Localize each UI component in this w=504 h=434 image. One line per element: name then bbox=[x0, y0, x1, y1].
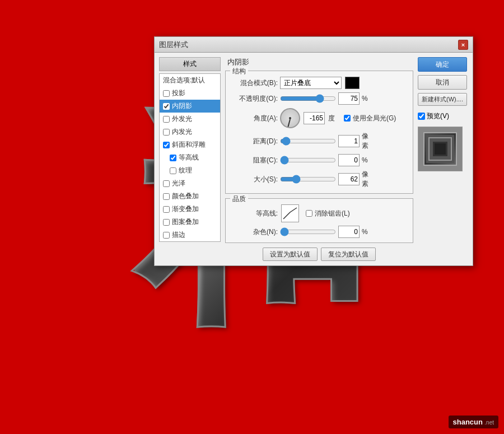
style-item-contour[interactable]: 等高线 bbox=[160, 151, 220, 164]
angle-needle bbox=[287, 119, 291, 127]
preview-inner bbox=[423, 132, 457, 166]
gradient-overlay-label: 渐变叠加 bbox=[172, 204, 199, 214]
preview-checkbox[interactable] bbox=[418, 113, 425, 120]
angle-unit: 度 bbox=[328, 114, 340, 123]
distance-unit: 像素 bbox=[362, 132, 374, 151]
dialog-title: 图层样式 bbox=[159, 40, 188, 50]
svg-rect-4 bbox=[435, 143, 446, 155]
anti-alias-label[interactable]: 消除锯齿(L) bbox=[306, 209, 350, 218]
contour-preview[interactable] bbox=[281, 204, 299, 222]
quality-title: 品质 bbox=[230, 194, 248, 204]
styles-panel-title: 样式 bbox=[159, 57, 221, 71]
noise-slider[interactable] bbox=[280, 228, 336, 236]
new-style-button[interactable]: 新建样式(W).... bbox=[418, 93, 467, 106]
ok-button[interactable]: 确定 bbox=[418, 57, 467, 72]
noise-unit: % bbox=[362, 228, 374, 236]
noise-row: 杂色(N): 0 % bbox=[230, 226, 408, 238]
style-item-bevel-emboss[interactable]: 斜面和浮雕 bbox=[160, 138, 220, 151]
style-item-drop-shadow[interactable]: 投影 bbox=[160, 87, 220, 100]
dialog-body: 样式 混合选项:默认 投影 内阴影 外发光 bbox=[155, 53, 473, 265]
opacity-label: 不透明度(O): bbox=[230, 94, 278, 104]
angle-control: -165 度 使用全局光(G) bbox=[280, 108, 396, 128]
global-light-label[interactable]: 使用全局光(G) bbox=[344, 114, 396, 123]
size-slider-container: 62 像素 bbox=[280, 170, 408, 189]
angle-dial[interactable] bbox=[280, 108, 300, 128]
noise-label: 杂色(N): bbox=[230, 227, 278, 237]
blend-default-label: 混合选项:默认 bbox=[163, 76, 205, 85]
style-item-inner-glow[interactable]: 内发光 bbox=[160, 125, 220, 138]
style-item-color-overlay[interactable]: 颜色叠加 bbox=[160, 190, 220, 203]
contour-svg bbox=[282, 206, 298, 221]
distance-slider[interactable] bbox=[280, 137, 336, 145]
blend-mode-select[interactable]: 正片叠底 正常 溶解 bbox=[280, 77, 342, 89]
style-item-blend-default[interactable]: 混合选项:默认 bbox=[160, 74, 220, 87]
size-row: 大小(S): 62 像素 bbox=[230, 170, 408, 189]
texture-label: 纹理 bbox=[179, 166, 192, 175]
reset-default-button[interactable]: 复位为默认值 bbox=[321, 248, 376, 261]
section-title: 内阴影 bbox=[225, 57, 413, 67]
angle-row: 角度(A): -165 度 使用全局光(G) bbox=[230, 108, 408, 128]
preview-box bbox=[418, 127, 463, 171]
stroke-checkbox[interactable] bbox=[163, 232, 170, 239]
opacity-slider-container: 75 % bbox=[280, 92, 408, 105]
inner-glow-checkbox[interactable] bbox=[163, 129, 170, 136]
preview-svg bbox=[426, 135, 454, 163]
distance-row: 距离(D): 1 像素 bbox=[230, 132, 408, 151]
global-light-text: 使用全局光(G) bbox=[353, 114, 396, 123]
inner-glow-label: 内发光 bbox=[172, 127, 192, 137]
size-slider[interactable] bbox=[280, 175, 336, 183]
distance-slider-container: 1 像素 bbox=[280, 132, 408, 151]
svg-rect-0 bbox=[282, 206, 298, 221]
distance-value-input[interactable]: 1 bbox=[338, 135, 360, 147]
gradient-overlay-checkbox[interactable] bbox=[163, 206, 170, 213]
angle-value-input[interactable]: -165 bbox=[304, 112, 325, 124]
size-value-input[interactable]: 62 bbox=[338, 173, 360, 185]
contour-label-text: 等高线: bbox=[230, 209, 278, 218]
style-item-pattern-overlay[interactable]: 图案叠加 bbox=[160, 216, 220, 228]
drop-shadow-checkbox[interactable] bbox=[163, 90, 170, 97]
contour-label: 等高线 bbox=[179, 153, 199, 162]
style-item-texture[interactable]: 纹理 bbox=[160, 164, 220, 177]
choke-slider[interactable] bbox=[280, 156, 336, 164]
blend-color-swatch[interactable] bbox=[345, 77, 360, 89]
watermark-sub: .net bbox=[484, 419, 494, 426]
opacity-row: 不透明度(O): 75 % bbox=[230, 92, 408, 105]
bevel-emboss-checkbox[interactable] bbox=[163, 142, 170, 148]
preview-check-label[interactable]: 预览(V) bbox=[418, 111, 468, 121]
satin-checkbox[interactable] bbox=[163, 180, 170, 187]
choke-row: 阻塞(C): 0 % bbox=[230, 154, 408, 166]
style-item-satin[interactable]: 光泽 bbox=[160, 177, 220, 190]
size-unit: 像素 bbox=[362, 170, 374, 189]
style-item-outer-glow[interactable]: 外发光 bbox=[160, 113, 220, 125]
layer-style-dialog: 图层样式 × 样式 混合选项:默认 投影 内阴影 bbox=[154, 36, 473, 266]
angle-label: 角度(A): bbox=[230, 114, 278, 123]
close-button[interactable]: × bbox=[458, 40, 468, 50]
global-light-checkbox[interactable] bbox=[344, 115, 351, 122]
contour-checkbox[interactable] bbox=[170, 155, 176, 161]
choke-value-input[interactable]: 0 bbox=[338, 154, 360, 166]
size-label: 大小(S): bbox=[230, 175, 278, 184]
opacity-value-input[interactable]: 75 bbox=[338, 92, 360, 105]
anti-alias-checkbox[interactable] bbox=[306, 210, 312, 217]
watermark: shancun .net bbox=[449, 416, 499, 428]
preview-label: 预览(V) bbox=[427, 111, 449, 121]
style-item-stroke[interactable]: 描边 bbox=[160, 228, 220, 241]
distance-label: 距离(D): bbox=[230, 137, 278, 146]
noise-value-input[interactable]: 0 bbox=[338, 226, 360, 238]
cancel-button[interactable]: 取消 bbox=[418, 75, 467, 90]
opacity-unit: % bbox=[362, 95, 374, 102]
action-buttons: 设置为默认值 复位为默认值 bbox=[225, 248, 413, 261]
structure-title: 结构 bbox=[230, 67, 248, 76]
style-item-gradient-overlay[interactable]: 渐变叠加 bbox=[160, 203, 220, 216]
color-overlay-checkbox[interactable] bbox=[163, 193, 170, 200]
contour-row: 等高线: 消除锯齿(L) bbox=[230, 204, 408, 222]
outer-glow-checkbox[interactable] bbox=[163, 116, 170, 123]
style-item-inner-shadow[interactable]: 内阴影 bbox=[160, 100, 220, 113]
inner-shadow-checkbox[interactable] bbox=[163, 103, 170, 110]
opacity-slider[interactable] bbox=[280, 95, 336, 102]
pattern-overlay-checkbox[interactable] bbox=[163, 219, 170, 226]
drop-shadow-label: 投影 bbox=[172, 88, 185, 98]
quality-group: 品质 等高线: 消除锯齿(L) bbox=[225, 198, 413, 243]
texture-checkbox[interactable] bbox=[170, 167, 176, 174]
set-default-button[interactable]: 设置为默认值 bbox=[263, 248, 318, 261]
